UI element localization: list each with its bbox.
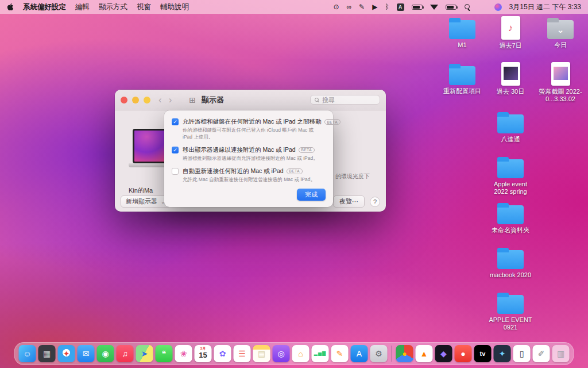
- wifi-icon[interactable]: [430, 5, 438, 10]
- dock-separator: [392, 346, 392, 362]
- dock-finder[interactable]: ☺: [19, 345, 36, 362]
- siri-icon[interactable]: [494, 3, 502, 11]
- dock-apps: ☺ ▦ ✦ ✉ ◉: [19, 345, 388, 362]
- dock-app-store[interactable]: A: [351, 345, 368, 362]
- search-field[interactable]: [310, 95, 380, 105]
- dock-photo-booth[interactable]: ✿: [214, 345, 231, 362]
- desktop-icon-glyph: [449, 20, 475, 39]
- dock-system-preferences[interactable]: ⚙: [370, 345, 388, 362]
- night-shift-button[interactable]: 夜覽⋯: [333, 195, 365, 208]
- dock-dark-app[interactable]: ✦: [494, 345, 511, 362]
- desktop-icon-today[interactable]: ⌄ 今日: [536, 17, 585, 49]
- desktop-icon-label: M1: [458, 41, 466, 49]
- dock-launchpad[interactable]: ▦: [38, 345, 56, 362]
- menu-bar-menu[interactable]: 顯示方式: [99, 2, 127, 12]
- desktop-icon-reconfigured-items[interactable]: 重新配置項目: [438, 63, 486, 95]
- dock-notes[interactable]: ▤: [253, 345, 270, 362]
- forward-icon[interactable]: ›: [169, 95, 172, 105]
- desktop-icon-label: 今日: [554, 41, 567, 49]
- back-icon[interactable]: ‹: [158, 95, 162, 105]
- desktop-icon-untitled-folder[interactable]: 未命名資料夾: [486, 202, 535, 234]
- desktop-icon-past-30-days[interactable]: 過去 30日: [486, 62, 535, 95]
- dock-reminders[interactable]: ☰: [234, 345, 251, 362]
- option-text: 自動重新連接任何附近的 Mac 或 iPad BETA 允許此 Mac 自動重新…: [183, 167, 315, 183]
- dock-vlc[interactable]: ▲: [416, 345, 433, 362]
- dock-iphone-app[interactable]: ▯: [513, 345, 531, 362]
- keyboard-battery-icon[interactable]: [446, 5, 457, 10]
- option-row: 自動重新連接任何附近的 Mac 或 iPad BETA 允許此 Mac 自動重新…: [172, 167, 326, 183]
- infinity-icon[interactable]: ∞: [347, 3, 352, 11]
- desktop-icon-m1[interactable]: M1: [438, 17, 486, 49]
- menu-bar-menu[interactable]: 視窗: [137, 2, 151, 12]
- desktop-icon-label: 過去 30日: [497, 88, 524, 95]
- checkbox[interactable]: [172, 147, 179, 154]
- desktop-icon-macbook-2020[interactable]: macbook 2020: [486, 247, 535, 279]
- desktop-icon-glyph: [551, 62, 570, 86]
- option-label: 移出顯示器邊緣以連接附近的 Mac 或 iPad: [183, 146, 296, 154]
- add-display-label: 新增顯示器: [126, 197, 157, 206]
- search-icon: [314, 97, 320, 103]
- dock-safari[interactable]: ✦: [58, 345, 75, 362]
- desktop-icon-screenshot-file[interactable]: 螢幕截圖 2022-0...3.33.02: [536, 62, 585, 102]
- dock-obsidian[interactable]: ◆: [435, 345, 452, 362]
- window-titlebar[interactable]: ‹ › ⊞ 顯示器: [115, 90, 386, 110]
- checkbox[interactable]: [172, 168, 179, 175]
- done-button[interactable]: 完成: [297, 189, 326, 201]
- dock-music[interactable]: ♫: [117, 345, 134, 362]
- show-all-grid-icon[interactable]: ⊞: [189, 95, 196, 105]
- dock-maps[interactable]: ➤: [136, 345, 153, 362]
- dock-podcasts[interactable]: ◎: [273, 345, 290, 362]
- dock-mail[interactable]: ✉: [78, 345, 95, 362]
- dock-activity[interactable]: ▂▅▇: [312, 345, 329, 362]
- desktop-icon-glyph: [497, 205, 524, 224]
- play-icon[interactable]: ▶: [372, 3, 377, 11]
- control-center-icon[interactable]: [479, 5, 487, 10]
- dock-home[interactable]: ⌂: [292, 345, 310, 362]
- beta-badge: BETA: [299, 147, 315, 153]
- dock-chrome[interactable]: ●: [396, 345, 413, 362]
- option-label: 允許游標和鍵盤在任何附近的 Mac 或 iPad 之間移動: [183, 118, 322, 126]
- checkbox[interactable]: [172, 118, 179, 125]
- apple-menu-icon[interactable]: [7, 3, 14, 11]
- dock-trash[interactable]: ▥: [552, 345, 570, 362]
- search-input[interactable]: [322, 97, 376, 103]
- desktop-icon-apple-event-0921[interactable]: APPLE EVENT 0921: [486, 292, 535, 331]
- menu-bar-menu[interactable]: 輔助說明: [160, 2, 189, 12]
- dock-facetime[interactable]: ◉: [97, 345, 114, 362]
- add-display-dropdown[interactable]: 新增顯示器 ⌄: [121, 195, 171, 208]
- dock-apple-tv[interactable]: tv: [474, 345, 492, 362]
- desktop-icon-glyph: [501, 62, 520, 86]
- desktop-icon-label: 螢幕截圖 2022-0...3.33.02: [536, 88, 585, 102]
- desktop-icon-glyph: [449, 66, 475, 85]
- input-source-icon[interactable]: A: [397, 3, 404, 11]
- desktop-icon-octopus[interactable]: 八達通: [486, 112, 535, 143]
- option-description: 允許此 Mac 自動重新連接任何附近曾連接過的 Mac 或 iPad。: [183, 177, 315, 183]
- minimize-button[interactable]: [132, 97, 139, 103]
- dock-messages[interactable]: ❝: [156, 345, 173, 362]
- option-row: 允許游標和鍵盤在任何附近的 Mac 或 iPad 之間移動 BETA 你的游標和…: [172, 118, 326, 141]
- zoom-button[interactable]: [144, 97, 150, 103]
- desktop-icon-label: Apple event 2022 spring: [486, 181, 535, 195]
- spotlight-icon[interactable]: [464, 3, 471, 11]
- menu-bar-right: ⊙ ∞ ✎ ▶ ᛒ A: [333, 2, 581, 12]
- screen-mirroring-icon[interactable]: ⊙: [333, 3, 339, 11]
- dock-draw-app[interactable]: ✐: [533, 345, 550, 362]
- sheet-options: 允許游標和鍵盤在任何附近的 Mac 或 iPad 之間移動 BETA 你的游標和…: [172, 118, 326, 183]
- dock-photos[interactable]: ❀: [175, 345, 192, 362]
- close-button[interactable]: [121, 97, 127, 103]
- dock-pages[interactable]: ✎: [331, 345, 349, 362]
- pencil-icon[interactable]: ✎: [359, 3, 365, 11]
- bluetooth-icon[interactable]: ᛒ: [385, 3, 389, 11]
- dock-calendar[interactable]: 3月 15: [195, 345, 212, 362]
- help-button[interactable]: ?: [370, 197, 380, 207]
- menu-bar-menu[interactable]: 編輯: [75, 2, 90, 12]
- battery-icon[interactable]: [412, 5, 423, 10]
- desktop-icon-label: APPLE EVENT 0921: [486, 316, 535, 331]
- desktop-icon-past-7-days[interactable]: ♪ 過去7日: [486, 16, 535, 49]
- settings-text-fragment: 的環境光度下: [335, 172, 370, 181]
- desktop-icon-apple-event-2022-spring[interactable]: Apple event 2022 spring: [486, 156, 535, 195]
- app-menu-title[interactable]: 系統偏好設定: [23, 2, 66, 12]
- menu-bar-clock[interactable]: 3月15日 週二 下午 3:33: [509, 2, 581, 12]
- dock-red-app[interactable]: ●: [455, 345, 472, 362]
- option-description: 將游標推到顯示器邊緣從而允許游標連接附近的 Mac 或 iPad。: [183, 155, 318, 162]
